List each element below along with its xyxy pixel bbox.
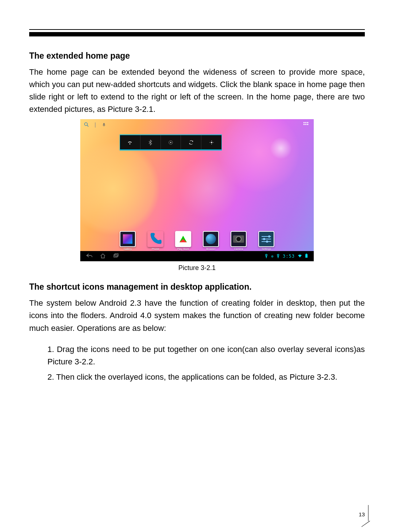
back-icon[interactable] [86, 253, 93, 259]
bluetooth-toggle-icon[interactable] [140, 135, 161, 149]
svg-line-1 [87, 125, 88, 126]
clock-time: 3:53 [283, 254, 295, 259]
wifi-toggle-icon[interactable] [120, 135, 140, 149]
step-1: 1. Drag the icons need to be put togethe… [29, 343, 365, 368]
svg-point-4 [170, 142, 171, 143]
document-page: The extended home page The home page can… [0, 0, 394, 532]
search-icon[interactable] [83, 121, 90, 128]
tablet-screenshot: | Gallery [80, 119, 314, 261]
figure-caption: Picture 3-2.1 [29, 264, 365, 272]
svg-rect-14 [306, 254, 307, 254]
brightness-toggle-icon[interactable] [201, 135, 221, 149]
recents-icon[interactable] [113, 253, 119, 259]
app-camera[interactable]: Camera [231, 231, 247, 250]
usb2-icon: ⍒ [277, 254, 280, 259]
section1-paragraph: The home page can be extended beyond the… [29, 66, 365, 116]
gps-toggle-icon[interactable] [161, 135, 181, 149]
figure-3-2-1: | Gallery [29, 119, 365, 261]
section-heading-shortcut-icons: The shortcut icons management in desktop… [29, 282, 365, 292]
page-corner-decor [361, 510, 368, 521]
app-play-store[interactable]: Play Store [175, 231, 191, 250]
section-heading-extended-home: The extended home page [29, 51, 365, 61]
app-browser[interactable]: Browser [203, 231, 219, 250]
sync-toggle-icon[interactable] [181, 135, 201, 149]
app-phone[interactable]: Phone [147, 231, 163, 250]
system-navbar: ⍒ ✲ ⍒ 3:53 [80, 251, 314, 261]
usb-icon: ⍒ [265, 254, 268, 259]
power-control-widget[interactable] [120, 134, 222, 150]
search-bar: | [83, 121, 107, 128]
app-dock: Gallery Phone Play Store Browser Camera [80, 231, 314, 250]
app-settings[interactable]: Settings [258, 231, 274, 250]
svg-rect-2 [104, 123, 105, 125]
svg-point-6 [210, 142, 212, 144]
section2-paragraph: The system below Android 2.3 have the fu… [29, 297, 365, 334]
wifi-status-icon [298, 254, 302, 259]
app-gallery[interactable]: Gallery [120, 231, 136, 250]
battery-icon [305, 254, 308, 259]
svg-point-0 [85, 123, 88, 126]
home-icon[interactable] [100, 253, 106, 259]
header-rules [29, 29, 365, 36]
svg-rect-13 [305, 254, 308, 258]
debug-icon: ✲ [271, 254, 274, 259]
step-2: 2. Then click the overlayed icons, the a… [29, 371, 365, 383]
apps-drawer-icon[interactable] [304, 122, 310, 127]
mic-icon[interactable] [101, 121, 107, 128]
